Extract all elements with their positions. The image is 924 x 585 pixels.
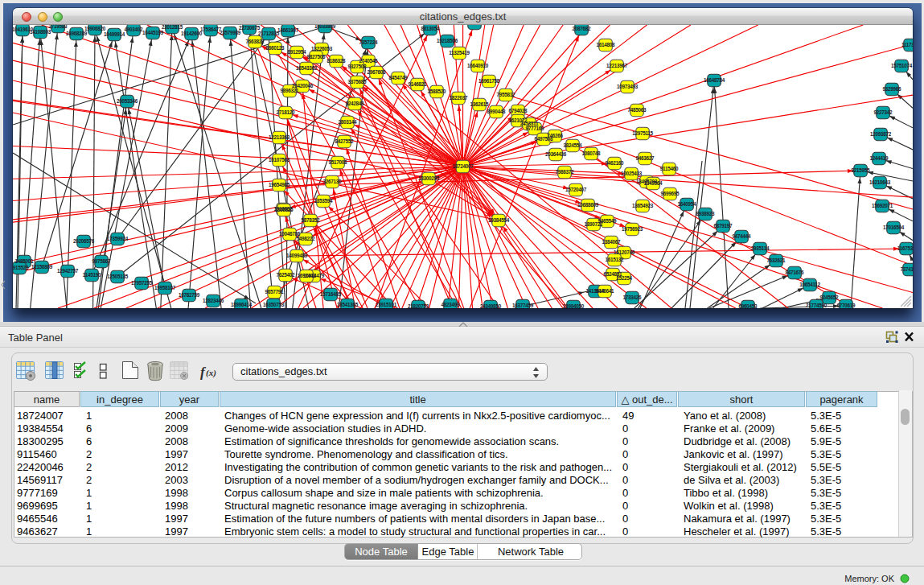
svg-text:10499914: 10499914	[104, 31, 125, 37]
svg-text:6647119: 6647119	[466, 25, 484, 26]
svg-text:20364436: 20364436	[545, 151, 567, 157]
svg-text:9242848: 9242848	[346, 101, 365, 106]
svg-text:9827506: 9827506	[307, 54, 326, 60]
svg-text:1353594: 1353594	[314, 198, 334, 204]
svg-text:16648784: 16648784	[704, 77, 725, 83]
svg-text:16640910: 16640910	[467, 63, 489, 68]
svg-text:18724007: 18724007	[452, 163, 474, 169]
svg-text:1384067: 1384067	[602, 239, 622, 245]
svg-text:16107563: 16107563	[269, 157, 290, 163]
svg-text:8938923: 8938923	[696, 211, 716, 216]
svg-text:16377459: 16377459	[512, 303, 534, 308]
svg-text:22730675: 22730675	[239, 25, 261, 31]
svg-text:3915523: 3915523	[13, 265, 29, 270]
svg-text:10445199: 10445199	[142, 30, 164, 35]
svg-text:9474444: 9474444	[733, 233, 752, 239]
svg-text:746266: 746266	[547, 133, 563, 138]
svg-text:1349564: 1349564	[644, 180, 663, 186]
svg-text:1588520: 1588520	[428, 89, 447, 94]
svg-text:23579989: 23579989	[220, 30, 241, 35]
svg-text:9227342: 9227342	[874, 109, 893, 115]
svg-text:16543362: 16543362	[296, 65, 318, 71]
svg-text:9327508: 9327508	[348, 64, 368, 69]
svg-text:8471676: 8471676	[786, 270, 805, 275]
svg-text:2803144: 2803144	[339, 119, 358, 125]
svg-text:1167533: 1167533	[897, 245, 913, 251]
svg-text:5498222: 5498222	[297, 236, 316, 241]
svg-text:18300295: 18300295	[418, 175, 440, 181]
svg-text:23994050: 23994050	[563, 303, 585, 308]
svg-text:20053346: 20053346	[117, 98, 138, 104]
svg-text:9245652: 9245652	[820, 295, 840, 300]
svg-text:11325419: 11325419	[449, 50, 470, 56]
svg-text:3375685: 3375685	[348, 79, 368, 84]
svg-text:2935114: 2935114	[751, 245, 770, 251]
svg-text:1822037: 1822037	[450, 95, 469, 101]
svg-text:8912954: 8912954	[288, 49, 307, 55]
svg-text:14108603: 14108603	[30, 29, 51, 35]
svg-text:17359924: 17359924	[107, 236, 129, 241]
svg-text:1244419: 1244419	[870, 155, 889, 161]
svg-text:19958107: 19958107	[154, 285, 176, 290]
svg-text:7625402: 7625402	[277, 272, 296, 278]
svg-text:6770619: 6770619	[837, 303, 856, 308]
svg-text:8427552: 8427552	[335, 138, 355, 144]
svg-text:19654985: 19654985	[269, 182, 290, 187]
svg-text:18996414: 18996414	[231, 302, 253, 307]
svg-text:1614808: 1614808	[597, 42, 616, 47]
svg-text:1890722: 1890722	[585, 221, 604, 227]
svg-text:15692071: 15692071	[872, 203, 893, 208]
svg-text:16210643: 16210643	[869, 179, 891, 185]
svg-text:12213967: 12213967	[606, 63, 628, 68]
svg-text:15720407: 15720407	[565, 187, 587, 192]
svg-text:21712835: 21712835	[258, 31, 280, 36]
svg-text:12975115: 12975115	[632, 130, 653, 136]
svg-text:12942757: 12942757	[57, 268, 79, 274]
svg-text:10654112: 10654112	[799, 282, 820, 287]
svg-text:1362615: 1362615	[470, 101, 490, 107]
svg-text:7663822: 7663822	[246, 39, 265, 44]
svg-text:7374122: 7374122	[901, 266, 913, 272]
svg-text:14099489: 14099489	[286, 253, 308, 258]
svg-text:9657791: 9657791	[265, 289, 285, 295]
svg-text:9699695: 9699695	[661, 191, 680, 196]
svg-text:8215955: 8215955	[852, 167, 871, 173]
svg-text:2718120: 2718120	[277, 109, 296, 115]
svg-text:1117342: 1117342	[901, 42, 913, 47]
svg-text:17536477: 17536477	[200, 27, 222, 32]
svg-text:9446641: 9446641	[596, 288, 615, 294]
svg-text:22012815: 22012815	[162, 25, 183, 30]
svg-text:16033809: 16033809	[314, 25, 336, 29]
svg-text:7485063: 7485063	[628, 107, 647, 113]
svg-text:5878352: 5878352	[302, 217, 321, 223]
svg-text:17016504: 17016504	[883, 225, 905, 230]
svg-text:14661907: 14661907	[277, 27, 299, 33]
svg-text:20206576: 20206576	[73, 238, 95, 244]
svg-text:12156869: 12156869	[31, 264, 53, 270]
svg-text:7357224: 7357224	[359, 39, 379, 45]
svg-text:6794028: 6794028	[509, 108, 528, 113]
svg-text:1733426: 1733426	[623, 295, 643, 300]
svg-text:19756923: 19756923	[622, 226, 643, 232]
svg-text:1691443: 1691443	[298, 273, 317, 278]
svg-text:9896321: 9896321	[281, 88, 300, 93]
svg-text:12505135: 12505135	[107, 274, 129, 279]
svg-text:13654923: 13654923	[632, 203, 654, 208]
svg-text:8454749: 8454749	[389, 75, 409, 80]
svg-text:1640954: 1640954	[678, 201, 697, 207]
svg-text:9115460: 9115460	[660, 166, 679, 171]
svg-text:13226053: 13226053	[311, 46, 333, 51]
svg-text:10025433: 10025433	[621, 171, 643, 176]
svg-text:7632621: 7632621	[767, 257, 786, 263]
svg-text:10973493: 10973493	[617, 84, 639, 89]
svg-text:19142600: 19142600	[181, 31, 203, 36]
svg-text:252254: 252254	[616, 275, 632, 281]
svg-text:2967608: 2967608	[368, 69, 387, 75]
svg-text:21820753: 21820753	[408, 303, 429, 308]
svg-text:1485001: 1485001	[15, 258, 35, 264]
svg-text:12093872: 12093872	[870, 131, 892, 137]
svg-text:9462160: 9462160	[606, 160, 625, 166]
svg-text:16961758: 16961758	[478, 78, 500, 84]
svg-text:24349850: 24349850	[480, 303, 502, 308]
svg-text:9463627: 9463627	[636, 155, 655, 161]
